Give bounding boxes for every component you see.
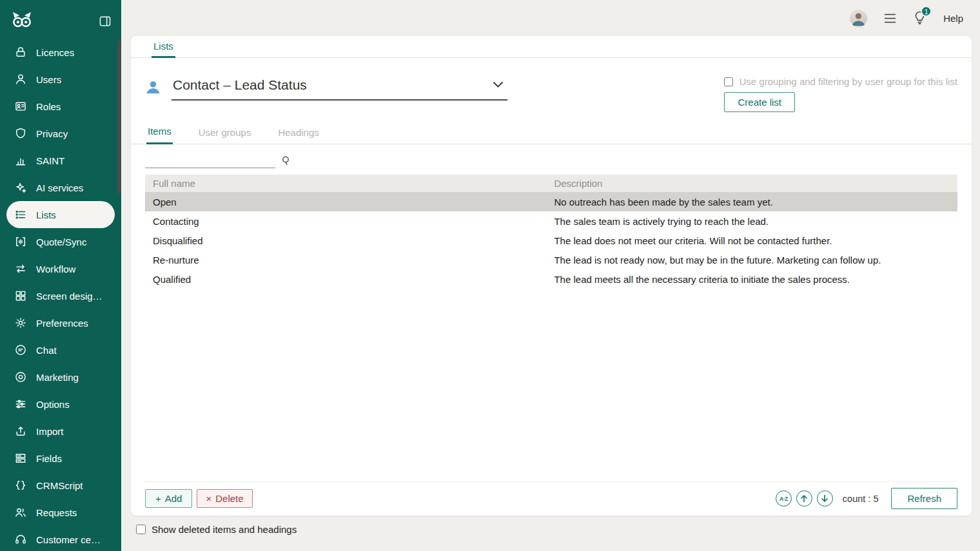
menu-icon[interactable]	[884, 14, 896, 23]
grouping-checkbox[interactable]	[724, 77, 733, 86]
sidebar-item-label: Quote/Sync	[36, 237, 86, 247]
show-deleted-checkbox[interactable]	[136, 525, 146, 534]
sidebar-item-options[interactable]: Options	[0, 391, 121, 418]
sidebar-item-import[interactable]: Import	[0, 418, 121, 445]
sidebar-item-crmscript[interactable]: CRMScript	[0, 472, 121, 499]
fields-icon	[14, 452, 27, 465]
sidebar-item-label: Preferences	[36, 318, 88, 329]
x-icon: ×	[206, 494, 211, 503]
grid-icon	[14, 289, 27, 302]
tab-items[interactable]: Items	[146, 122, 173, 144]
people-icon	[14, 506, 27, 519]
sidebar-item-label: Marketing	[36, 372, 79, 383]
sidebar-item-label: Customer ce…	[36, 534, 101, 545]
table-row[interactable]: DisqualifiedThe lead does not meet our c…	[145, 231, 957, 250]
sidebar-item-saint[interactable]: SAINT	[0, 147, 121, 174]
tab-user-groups[interactable]: User groups	[197, 123, 253, 144]
tab-headings[interactable]: Headings	[277, 123, 320, 144]
quote-sync-icon	[14, 235, 27, 248]
sidebar-item-quote-sync[interactable]: Quote/Sync	[0, 228, 121, 255]
sidebar-item-chat[interactable]: Chat	[0, 336, 121, 363]
sidebar-item-label: Workflow	[36, 264, 75, 275]
headset-icon	[14, 533, 27, 546]
sidebar-item-preferences[interactable]: Preferences	[0, 309, 121, 336]
content-area: Lists Contact – Lead Status	[121, 36, 980, 551]
target-icon	[14, 371, 27, 383]
search-icon	[282, 156, 291, 166]
sidebar: LicencesUsersRolesPrivacySAINTAI service…	[0, 0, 121, 551]
sidebar-item-roles[interactable]: Roles	[0, 93, 121, 120]
sidebar-item-requests[interactable]: Requests	[0, 499, 121, 526]
sidebar-item-label: Users	[36, 74, 61, 85]
lock-icon	[14, 46, 27, 59]
column-header-description[interactable]: Description	[546, 175, 957, 192]
sidebar-item-customer-ce[interactable]: Customer ce…	[0, 526, 121, 551]
help-link[interactable]: Help	[943, 13, 963, 24]
delete-button[interactable]: × Delete	[197, 489, 252, 508]
app-root: LicencesUsersRolesPrivacySAINTAI service…	[0, 0, 980, 551]
table-area: Full name Description OpenNo outreach ha…	[145, 175, 957, 481]
sidebar-item-licences[interactable]: Licences	[0, 39, 121, 66]
bar-chart-icon	[14, 154, 27, 167]
search-input[interactable]	[145, 153, 275, 168]
tab-lists[interactable]: Lists	[152, 37, 175, 58]
cell-description: The lead does not meet our criteria. Wil…	[546, 231, 957, 250]
cell-full-name: Disqualified	[145, 231, 546, 250]
main-area: 1 Help Lists Contact – L	[121, 0, 980, 551]
sidebar-item-label: SAINT	[36, 155, 64, 166]
cell-description: No outreach has been made by the sales t…	[546, 192, 957, 211]
sidebar-item-label: AI services	[36, 182, 83, 193]
show-deleted-row[interactable]: Show deleted items and headings	[136, 524, 972, 535]
cell-description: The lead meets all the necessary criteri…	[546, 269, 957, 289]
list-selector-dropdown[interactable]: Contact – Lead Status	[172, 75, 507, 101]
table-row[interactable]: QualifiedThe lead meets all the necessar…	[145, 269, 957, 289]
count-label: count : 5	[843, 494, 879, 504]
cell-description: The sales team is actively trying to rea…	[546, 211, 957, 231]
refresh-button[interactable]: Refresh	[891, 488, 957, 509]
cell-full-name: Open	[145, 192, 546, 211]
list-table-body: OpenNo outreach has been made by the sal…	[145, 192, 957, 289]
search-row	[131, 144, 972, 175]
create-list-button[interactable]: Create list	[724, 92, 795, 112]
chevron-down-icon	[493, 79, 504, 91]
sidebar-collapse-icon[interactable]	[99, 16, 111, 26]
sidebar-item-workflow[interactable]: Workflow	[0, 255, 121, 282]
topbar: 1 Help	[121, 0, 980, 36]
sidebar-item-ai-services[interactable]: AI services	[0, 174, 121, 201]
list-selector-value: Contact – Lead Status	[173, 77, 307, 93]
sidebar-scrollbar-thumb[interactable]	[117, 40, 121, 193]
sidebar-nav: LicencesUsersRolesPrivacySAINTAI service…	[0, 39, 121, 551]
sidebar-item-label: Privacy	[36, 128, 68, 139]
table-row[interactable]: OpenNo outreach has been made by the sal…	[145, 192, 957, 211]
sidebar-item-label: Options	[36, 399, 70, 410]
grouping-checkbox-row[interactable]: Use grouping and filtering by user group…	[724, 76, 957, 87]
add-button[interactable]: + Add	[145, 489, 192, 508]
move-up-icon[interactable]	[796, 490, 812, 507]
sidebar-item-screen-desig[interactable]: Screen desig…	[0, 282, 121, 309]
id-badge-icon	[14, 100, 27, 113]
notifications-bulb-icon[interactable]: 1	[913, 10, 926, 26]
sidebar-item-label: Import	[36, 426, 64, 437]
sidebar-item-lists[interactable]: Lists	[6, 201, 115, 228]
sidebar-item-privacy[interactable]: Privacy	[0, 120, 121, 147]
list-header-right: Use grouping and filtering by user group…	[724, 75, 957, 112]
table-row[interactable]: ContactingThe sales team is actively try…	[145, 211, 957, 231]
shield-icon	[14, 127, 27, 140]
sort-az-icon[interactable]: A·Z	[776, 490, 792, 507]
sidebar-item-users[interactable]: Users	[0, 66, 121, 93]
move-down-icon[interactable]	[817, 490, 833, 507]
sidebar-item-fields[interactable]: Fields	[0, 445, 121, 472]
show-deleted-label: Show deleted items and headings	[152, 524, 297, 535]
user-avatar[interactable]	[850, 10, 867, 27]
workflow-icon	[14, 262, 27, 275]
sidebar-item-label: CRMScript	[36, 480, 83, 491]
sidebar-item-label: Screen desig…	[36, 291, 103, 302]
sidebar-item-marketing[interactable]: Marketing	[0, 363, 121, 391]
column-header-full-name[interactable]: Full name	[145, 175, 546, 192]
lists-card: Lists Contact – Lead Status	[131, 36, 972, 516]
gear-icon	[14, 316, 27, 329]
list-icon	[14, 208, 27, 221]
table-row[interactable]: Re-nurtureThe lead is not ready now, but…	[145, 250, 957, 269]
sidebar-header	[0, 0, 121, 36]
contact-person-icon	[145, 79, 161, 95]
